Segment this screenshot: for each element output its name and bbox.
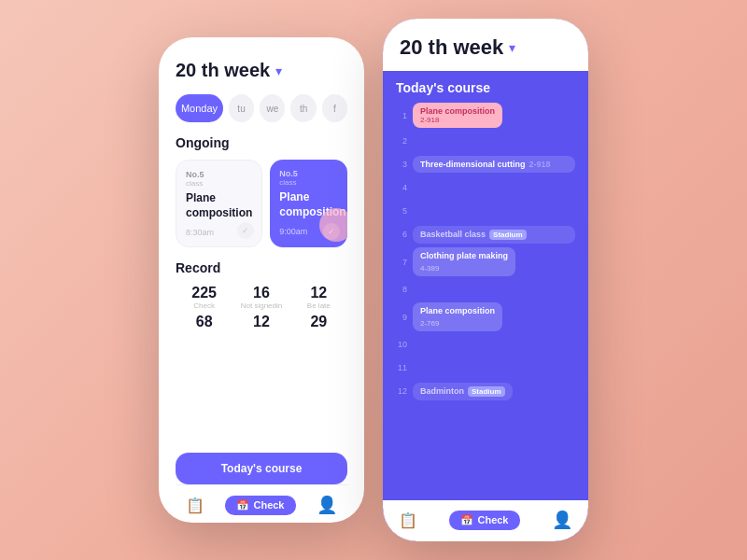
record-check: 225 Check [176, 285, 233, 310]
course-6-badge: Stadium [489, 230, 527, 240]
card2-label: class [279, 178, 338, 187]
record-r2-3-num: 29 [290, 314, 347, 330]
ongoing-title: Ongoing [176, 135, 347, 150]
nav-bar-left: 📋 📅 Check 👤 [176, 484, 347, 523]
course-list-title: Today's course [396, 80, 575, 95]
record-r2-1: 68 [176, 314, 233, 330]
card-light[interactable]: No.5 class Plane composition 8:30am ✓ [176, 160, 262, 247]
right-header: 20 th week ▾ [383, 19, 588, 71]
record-not-signed: 16 Not signedin [233, 285, 289, 310]
day-tab-monday[interactable]: Monday [176, 94, 223, 122]
record-late-num: 12 [290, 285, 347, 301]
record-r2-2-num: 12 [233, 314, 289, 330]
card1-name: Plane composition [186, 191, 252, 220]
course-row-10: 10 [396, 334, 575, 355]
course-row-11: 11 [396, 357, 575, 378]
nav-profile-icon[interactable]: 👤 [317, 495, 337, 515]
day-tab-tu[interactable]: tu [229, 94, 254, 122]
record-not-num: 16 [233, 285, 289, 301]
nav-check-button[interactable]: 📅 Check [225, 496, 295, 515]
day-tab-th[interactable]: th [290, 94, 316, 122]
course-item-9[interactable]: Plane composition 2-769 [413, 302, 502, 331]
right-nav-check-icon: 📅 [460, 514, 473, 526]
nav-list-icon[interactable]: 📋 [186, 497, 204, 514]
pink-blob [319, 208, 347, 242]
week-header: 20 th week ▾ [176, 60, 347, 81]
right-week-header: 20 th week ▾ [400, 35, 571, 60]
course-row-7: 7 Clothing plate making 4-389 [396, 247, 575, 276]
record-not-lbl: Not signedin [233, 301, 289, 310]
card2-number: No.5 [279, 169, 338, 178]
course-row-3: 3 Three-dimensional cutting 2-918 [396, 154, 575, 175]
course-3-sub: 2-918 [529, 160, 551, 169]
course-row-5: 5 [396, 201, 575, 221]
todays-course-button[interactable]: Today's course [176, 453, 347, 484]
course-7-sub: 4-389 [420, 264, 439, 273]
record-row-1: 225 Check 16 Not signedin 12 Be late [176, 285, 347, 310]
course-6-name: Basketball class [420, 230, 486, 239]
chevron-down-icon[interactable]: ▾ [275, 63, 282, 78]
course-row-9: 9 Plane composition 2-769 [396, 302, 575, 331]
course-row-6: 6 Basketball class Stadium [396, 224, 575, 245]
card1-number: No.5 [186, 170, 252, 179]
course-row-12: 12 Badminton Stadium [396, 381, 575, 401]
card-dark[interactable]: No.5 class Plane composition 9:00am ✓ [270, 160, 347, 247]
right-phone: 20 th week ▾ Today's course 1 Plane comp… [383, 19, 588, 541]
right-nav-check-button[interactable]: 📅 Check [449, 511, 519, 530]
nav-bar-right: 📋 📅 Check 👤 [383, 500, 588, 541]
week-title: 20 th week [176, 60, 270, 81]
record-late-lbl: Be late [290, 301, 347, 310]
left-phone-content: 20 th week ▾ Monday tu we th f Ongoing N… [159, 37, 364, 523]
record-r2-3: 29 [290, 314, 347, 330]
right-phone-content: 20 th week ▾ Today's course 1 Plane comp… [383, 19, 588, 541]
course-7-name: Clothing plate making [420, 251, 508, 260]
course-item-7[interactable]: Clothing plate making 4-389 [413, 247, 515, 276]
course-row-4: 4 [396, 177, 575, 198]
nav-check-label: Check [253, 499, 284, 511]
course-12-badge: Stadium [468, 386, 505, 397]
course-item-3[interactable]: Three-dimensional cutting 2-918 [413, 156, 575, 173]
record-section: 225 Check 16 Not signedin 12 Be late 68 [176, 285, 347, 334]
record-title: Record [176, 260, 347, 275]
course-1-sub: 2-918 [420, 116, 495, 124]
right-nav-check-label: Check [477, 514, 508, 525]
record-check-num: 225 [176, 285, 233, 301]
right-nav-list-icon[interactable]: 📋 [399, 511, 417, 529]
card1-label: class [186, 179, 252, 188]
record-check-lbl: Check [176, 301, 233, 310]
record-late: 12 Be late [290, 285, 347, 310]
right-chevron-down-icon[interactable]: ▾ [509, 40, 515, 55]
course-row-1: 1 Plane composition 2-918 [396, 103, 575, 128]
course-9-sub: 2-769 [420, 319, 439, 328]
left-phone: 20 th week ▾ Monday tu we th f Ongoing N… [159, 37, 364, 523]
cards-row: No.5 class Plane composition 8:30am ✓ No… [176, 160, 347, 247]
course-list-section: Today's course 1 Plane composition 2-918… [383, 71, 588, 500]
day-tab-f[interactable]: f [322, 94, 347, 122]
day-tabs: Monday tu we th f [176, 94, 347, 122]
record-r2-2: 12 [233, 314, 289, 330]
record-r2-1-num: 68 [176, 314, 233, 330]
course-row-8: 8 [396, 279, 575, 300]
course-1-name: Plane composition [420, 106, 495, 116]
right-nav-profile-icon[interactable]: 👤 [552, 510, 572, 530]
day-tab-we[interactable]: we [260, 94, 285, 122]
course-row-2: 2 [396, 131, 575, 151]
right-week-title: 20 th week [400, 35, 503, 60]
course-12-name: Badminton [420, 386, 464, 396]
record-row-2: 68 12 29 [176, 314, 347, 330]
course-item-1[interactable]: Plane composition 2-918 [413, 103, 502, 128]
phones-container: 20 th week ▾ Monday tu we th f Ongoing N… [159, 19, 588, 541]
course-item-12[interactable]: Badminton Stadium [413, 383, 513, 400]
course-3-name: Three-dimensional cutting [420, 160, 526, 169]
course-9-name: Plane composition [420, 306, 495, 315]
course-item-6[interactable]: Basketball class Stadium [413, 226, 575, 244]
nav-check-icon: 📅 [236, 499, 249, 511]
